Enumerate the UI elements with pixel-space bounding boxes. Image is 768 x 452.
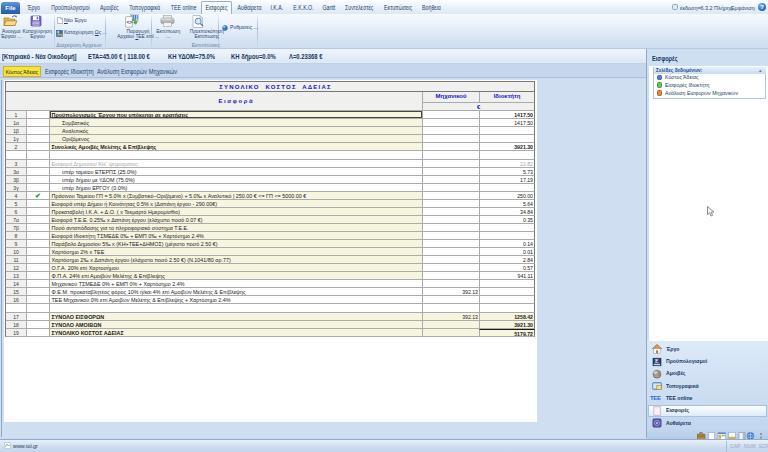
svg-text:E: E xyxy=(655,358,659,364)
svg-text:<>: <> xyxy=(126,19,132,25)
